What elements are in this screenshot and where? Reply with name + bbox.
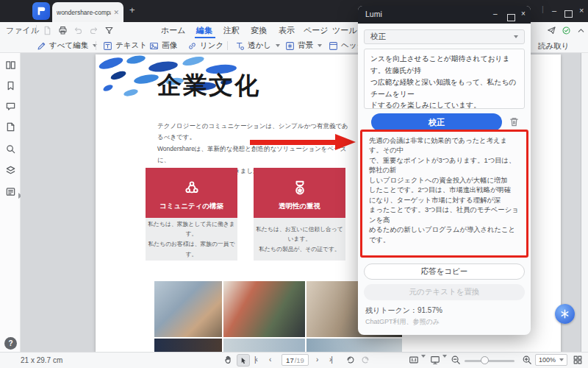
form-fields-icon[interactable] (5, 186, 16, 197)
lumi-maximize-button[interactable] (507, 11, 515, 24)
help-button[interactable]: ? (4, 337, 17, 350)
app-logo-icon[interactable] (32, 2, 50, 20)
filter-icon[interactable] (104, 26, 114, 35)
tab-title: wondershare-company.pdf (57, 9, 111, 16)
chevron-down-icon (276, 44, 280, 47)
lumi-input-textarea[interactable]: ンスを向上させることが期待されております。佐藤氏が持 つ広範な経験と深い知識をも… (364, 49, 525, 109)
attachment-icon[interactable] (5, 121, 16, 132)
prev-page-button[interactable]: ‹ (269, 355, 270, 364)
lumi-close-button[interactable]: × (521, 10, 526, 18)
watermark-button[interactable]: 透かし (235, 40, 280, 51)
card-title: 透明性の重視 (279, 202, 320, 211)
photo-row2 (306, 339, 402, 352)
read-mode-label[interactable]: 読み取り (538, 41, 570, 52)
redo-icon[interactable] (89, 26, 98, 35)
photo-row2 (223, 339, 305, 352)
copy-response-button[interactable]: 応答をコピー (364, 263, 525, 280)
photo-family-teddybear (154, 281, 222, 337)
chevron-down-icon (318, 44, 322, 47)
collapse-toolbar-icon[interactable] (576, 26, 586, 35)
presentation-mode-icon[interactable] (430, 355, 440, 365)
edit-all-button[interactable]: すべて編集 (37, 40, 97, 51)
photo-row2 (154, 339, 222, 352)
document-heading: 企業文化 (157, 69, 260, 102)
actual-size-icon[interactable] (409, 355, 419, 365)
document-tab[interactable]: wondershare-company.pdf ✕ (52, 2, 123, 22)
undo-icon[interactable] (74, 26, 83, 35)
menu-file[interactable]: ファイル (6, 25, 39, 36)
medal-icon (291, 179, 309, 197)
zoom-out-icon[interactable] (451, 355, 461, 365)
chevron-down-icon[interactable] (420, 358, 426, 368)
chevron-down-icon (559, 358, 564, 361)
window-minimize-button[interactable]: – (552, 6, 556, 15)
menu-home[interactable]: ホーム (161, 25, 186, 36)
card-body: 私たちは、家族として共に働きます。 私たちのお客様は、家族の一員です。 (146, 218, 237, 261)
divider (227, 41, 228, 50)
header-icon (329, 41, 338, 51)
cursor-icon (239, 356, 248, 365)
value-card-transparency: 透明性の重視 私たちは、お互いに信頼し合っています。 私たちの製品が、その証です… (254, 168, 345, 261)
link-button[interactable]: リンク (187, 40, 223, 51)
first-page-button[interactable]: |‹ (254, 355, 257, 364)
page-size-label: 21 x 29.7 cm (21, 356, 62, 364)
save-icon[interactable] (43, 26, 52, 35)
value-card-community: コミュニティの構築 私たちは、家族として共に働きます。 私たちのお客様は、家族の… (146, 168, 237, 261)
red-arrow-annotation (250, 134, 360, 150)
text-icon (103, 41, 112, 51)
tab-close-icon[interactable]: ✕ (113, 9, 119, 16)
layers-icon[interactable] (5, 165, 16, 176)
window-maximize-button[interactable] (564, 7, 573, 21)
comment-icon[interactable] (5, 101, 16, 112)
page-number-input[interactable]: 17 /19 (282, 354, 309, 366)
grid-view-icon[interactable] (573, 355, 583, 365)
trash-icon[interactable] (509, 116, 520, 127)
menu-edit[interactable]: 編集 (196, 25, 212, 36)
replace-original-text-button[interactable]: 元のテキストを置換 (364, 284, 525, 300)
sync-status-icon[interactable] (562, 26, 571, 35)
new-tab-button[interactable]: + (129, 4, 135, 15)
zoom-level-select[interactable]: 100% (535, 354, 567, 366)
zoom-slider-knob[interactable] (481, 356, 489, 364)
background-button[interactable]: 背景 (285, 40, 322, 51)
card-body: 私たちは、お互いに信頼し合っています。 私たちの製品が、その証です。 (254, 218, 345, 261)
search-icon[interactable] (5, 144, 16, 155)
link-icon (187, 41, 197, 51)
background-icon (285, 41, 295, 51)
next-page-button[interactable]: › (316, 355, 318, 364)
pdfelement-window: wondershare-company.pdf ✕ + | – × ファイル ホ… (0, 0, 588, 368)
lumi-output-box: 先週の会議は非常に効果的であったと考えます。その中 で、重要なポイントが3つあり… (360, 130, 528, 258)
zoom-slider-track[interactable] (465, 360, 514, 362)
menu-view[interactable]: 表示 (279, 25, 295, 36)
hand-tool-icon[interactable] (223, 355, 234, 365)
text-button[interactable]: テキスト (103, 40, 147, 51)
zoom-in-icon[interactable] (522, 355, 532, 365)
divider (96, 41, 96, 50)
thumbnails-icon[interactable] (5, 60, 16, 71)
window-close-button[interactable]: × (579, 6, 584, 15)
menu-comment[interactable]: 注釈 (223, 25, 240, 36)
lumi-titlebar[interactable]: Lumi – × (358, 6, 531, 24)
last-page-button[interactable]: ›| (329, 355, 332, 364)
lumi-minimize-button[interactable]: – (493, 10, 498, 18)
rotate-right-icon[interactable] (360, 355, 370, 365)
chevron-down-icon[interactable] (441, 358, 447, 368)
rotate-left-icon[interactable] (345, 355, 356, 365)
lumi-proofread-button[interactable]: 校正 (371, 113, 502, 131)
vertical-scrollbar[interactable] (581, 53, 588, 352)
lumi-mode-select[interactable]: 校正 (364, 29, 525, 44)
share-icon[interactable] (547, 26, 556, 35)
menu-convert[interactable]: 変換 (251, 25, 267, 36)
bookmark-icon[interactable] (5, 80, 16, 91)
chatgpt-notice-label: ChatGPT利用、参照のみ (365, 317, 440, 327)
image-icon (149, 41, 159, 51)
lumi-ai-floating-button[interactable] (555, 304, 575, 324)
image-button[interactable]: 画像 (149, 40, 177, 51)
menu-tools[interactable]: ツール (332, 25, 357, 36)
remaining-tokens-label: 残りトークン：91.57% (365, 305, 442, 316)
print-icon[interactable] (58, 26, 68, 35)
select-tool-button[interactable] (237, 354, 250, 367)
divider (36, 25, 37, 35)
menu-page[interactable]: ページ (304, 25, 329, 36)
card-title: コミュニティの構築 (159, 202, 223, 211)
